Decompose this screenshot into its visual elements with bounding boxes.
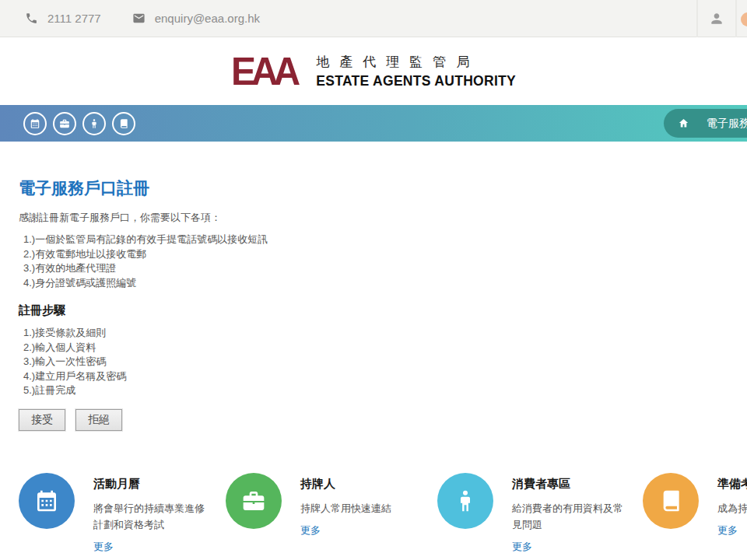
nav-shortcut-icons xyxy=(23,112,135,135)
licensees-circle[interactable] xyxy=(226,473,282,529)
main-nav-bar: 電子服務 xyxy=(0,105,747,142)
card-text: 活動月曆 將會舉行的持續專業進修計劃和資格考試 更多 xyxy=(93,473,212,554)
more-link[interactable]: 更多 xyxy=(717,523,738,537)
site-header: EAA 地產代理監管局 ESTATE AGENTS AUTHORITY xyxy=(0,37,747,105)
main-content: 電子服務戶口註冊 感謝註冊新電子服務戶口，你需要以下各項： 1.)一個於監管局有… xyxy=(0,177,747,431)
card-description: 將會舉行的持續專業進修計劃和資格考試 xyxy=(93,500,212,533)
calendar-icon xyxy=(30,118,40,129)
mail-icon xyxy=(132,12,146,25)
intro-text: 感謝註冊新電子服務戶口，你需要以下各項： xyxy=(19,211,747,225)
home-icon xyxy=(678,117,689,129)
quicklink-card-consumers: 消費者專區 給消費者的有用資料及常見問題 更多 xyxy=(437,473,643,554)
accept-button[interactable]: 接受 xyxy=(19,409,65,431)
card-title: 消費者專區 xyxy=(512,477,630,492)
more-link[interactable]: 更多 xyxy=(512,540,532,554)
step-item: 2.)輸入個人資料 xyxy=(19,341,747,355)
phone-icon xyxy=(25,12,38,25)
quick-links-section: 活動月曆 將會舉行的持續專業進修計劃和資格考試 更多 持牌人 持牌人常用快速連結… xyxy=(0,473,747,554)
card-title: 活動月曆 xyxy=(93,477,212,492)
steps-heading: 註冊步驟 xyxy=(19,303,747,318)
nav-briefcase-shortcut[interactable] xyxy=(53,112,76,135)
quicklink-card-events: 活動月曆 將會舉行的持續專業進修計劃和資格考試 更多 xyxy=(19,473,226,554)
card-description: 持牌人常用快速連結 xyxy=(300,500,419,516)
card-title: 準備考試 xyxy=(717,477,747,492)
user-icon xyxy=(709,11,724,26)
nav-person-shortcut[interactable] xyxy=(82,112,106,135)
phone-number: 2111 2777 xyxy=(47,12,101,25)
email-address: enquiry@eaa.org.hk xyxy=(155,12,260,25)
accessibility-widget[interactable] xyxy=(741,12,747,26)
login-button[interactable] xyxy=(696,0,735,37)
nav-home-pill[interactable]: 電子服務 xyxy=(664,109,747,138)
events-circle[interactable] xyxy=(19,473,75,529)
step-item: 1.)接受條款及細則 xyxy=(19,326,747,341)
more-link[interactable]: 更多 xyxy=(300,523,321,537)
quicklink-card-licensees: 持牌人 持牌人常用快速連結 更多 xyxy=(226,473,437,554)
topbar-right-group xyxy=(696,0,747,37)
decline-button[interactable]: 拒絕 xyxy=(75,409,122,431)
eaa-logo-acronym: EAA xyxy=(231,52,302,91)
step-item: 4.)建立用戶名稱及密碼 xyxy=(19,369,747,384)
page-title: 電子服務戶口註冊 xyxy=(19,177,747,199)
quicklink-card-exam: 準備考試 成為持牌人 更多 xyxy=(643,473,747,554)
logo-english-name: ESTATE AGENTS AUTHORITY xyxy=(316,73,516,89)
consent-buttons: 接受 拒絕 xyxy=(19,409,747,431)
calendar-icon xyxy=(34,488,59,513)
logo-chinese-name: 地產代理監管局 xyxy=(316,53,516,71)
nav-pill-label[interactable]: 電子服務 xyxy=(707,117,747,131)
requirement-item: 2.)有效電郵地址以接收電郵 xyxy=(19,247,747,262)
eaa-logo[interactable]: EAA 地產代理監管局 ESTATE AGENTS AUTHORITY xyxy=(231,53,516,90)
card-title: 持牌人 xyxy=(300,477,419,492)
logo-text-block: 地產代理監管局 ESTATE AGENTS AUTHORITY xyxy=(316,53,516,89)
consumers-circle[interactable] xyxy=(437,473,493,529)
card-text: 持牌人 持牌人常用快速連結 更多 xyxy=(300,473,419,554)
card-description: 成為持牌人 xyxy=(717,500,747,516)
requirements-list: 1.)一個於監管局有記錄的有效手提電話號碼以接收短訊 2.)有效電郵地址以接收電… xyxy=(19,233,747,290)
person-icon xyxy=(89,118,100,129)
topbar-end-divider xyxy=(735,0,747,37)
step-item: 5.)註冊完成 xyxy=(19,383,747,398)
card-text: 準備考試 成為持牌人 更多 xyxy=(717,473,747,554)
card-description: 給消費者的有用資料及常見問題 xyxy=(512,500,630,533)
person-icon xyxy=(453,488,478,513)
nav-book-shortcut[interactable] xyxy=(112,112,135,135)
requirement-item: 3.)有效的地產代理證 xyxy=(19,261,747,276)
more-link[interactable]: 更多 xyxy=(93,540,114,554)
briefcase-icon xyxy=(241,488,266,513)
nav-calendar-shortcut[interactable] xyxy=(23,112,47,135)
card-text: 消費者專區 給消費者的有用資料及常見問題 更多 xyxy=(512,473,630,554)
steps-list: 1.)接受條款及細則 2.)輸入個人資料 3.)輸入一次性密碼 4.)建立用戶名… xyxy=(19,326,747,398)
email-contact[interactable]: enquiry@eaa.org.hk xyxy=(132,12,260,25)
requirement-item: 4.)身分證號碼或護照編號 xyxy=(19,276,747,291)
exam-circle[interactable] xyxy=(643,473,699,529)
requirement-item: 1.)一個於監管局有記錄的有效手提電話號碼以接收短訊 xyxy=(19,233,747,247)
book-icon xyxy=(658,488,683,513)
top-utility-bar: 2111 2777 enquiry@eaa.org.hk xyxy=(0,0,747,37)
phone-contact[interactable]: 2111 2777 xyxy=(25,12,101,25)
briefcase-icon xyxy=(59,118,70,129)
step-item: 3.)輸入一次性密碼 xyxy=(19,355,747,369)
book-icon xyxy=(118,118,129,129)
